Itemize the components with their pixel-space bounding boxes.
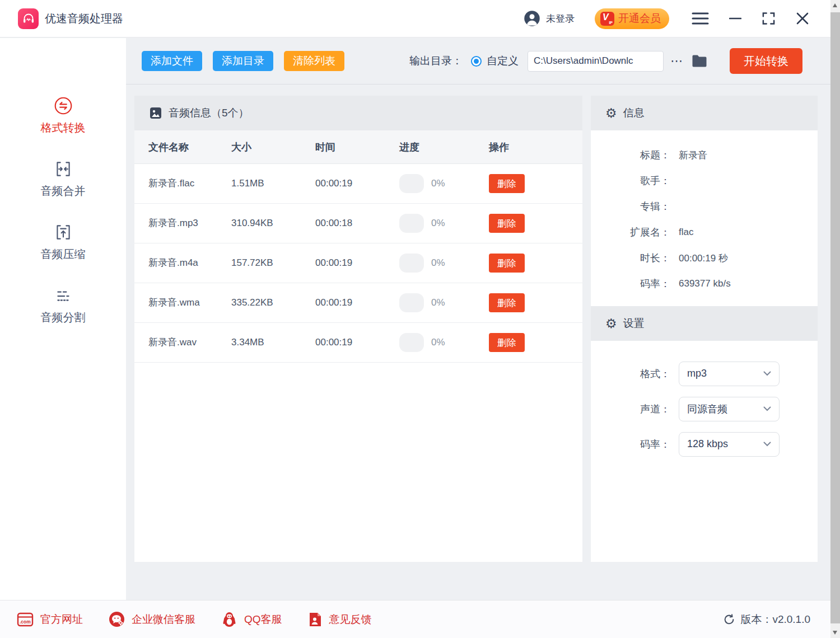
table-row: 新录音.mp3 310.94KB 00:00:18 0% 删除 xyxy=(134,204,582,243)
info-label-artist: 歌手： xyxy=(591,174,670,187)
info-value-bitrate: 639377 kb/s xyxy=(679,278,731,289)
refresh-icon[interactable] xyxy=(723,613,735,626)
footer: .com 官方网址 企业微信客服 xyxy=(0,600,830,638)
settings-fields: 格式： mp3 声道： 同源音频 码率： xyxy=(591,341,818,462)
official-website-link[interactable]: .com 官方网址 xyxy=(17,612,83,627)
progress-bar xyxy=(399,254,424,273)
gear-icon: ⚙ xyxy=(605,317,617,330)
settings-panel-header: ⚙ 设置 xyxy=(591,306,818,341)
feedback-link[interactable]: 意见反馈 xyxy=(308,612,372,627)
login-status[interactable]: 未登录 xyxy=(546,12,575,25)
file-name: 新录音.wav xyxy=(148,337,197,348)
qq-service-link[interactable]: QQ客服 xyxy=(221,611,282,627)
user-avatar-icon[interactable] xyxy=(524,10,540,27)
info-label-title: 标题： xyxy=(591,148,670,162)
table-row: 新录音.wma 335.22KB 00:00:19 0% 删除 xyxy=(134,283,582,323)
info-value-extension: flac xyxy=(679,227,693,238)
titlebar: 优速音频处理器 未登录 V IP 开通会员 xyxy=(0,0,830,37)
audio-compress-icon xyxy=(53,221,73,244)
start-convert-button[interactable]: 开始转换 xyxy=(730,48,802,74)
sidebar-item-label: 音频分割 xyxy=(41,310,86,325)
app-logo-icon xyxy=(18,8,39,29)
setting-label-channel: 声道： xyxy=(591,402,670,416)
settings-panel-title: 设置 xyxy=(623,316,645,331)
column-header-time: 时间 xyxy=(315,140,399,154)
sidebar-item-audio-compress[interactable]: 音频压缩 xyxy=(41,221,86,262)
table-row: 新录音.wav 3.34MB 00:00:19 0% 删除 xyxy=(134,323,582,363)
channel-select[interactable]: 同源音频 xyxy=(679,397,780,421)
info-value-title: 新录音 xyxy=(679,149,707,162)
table-row: 新录音.m4a 157.72KB 00:00:19 0% 删除 xyxy=(134,243,582,283)
file-size: 3.34MB xyxy=(231,337,315,348)
column-header-size: 大小 xyxy=(231,140,315,154)
custom-dir-radio[interactable] xyxy=(471,56,482,67)
info-panel-title: 信息 xyxy=(623,106,645,120)
progress-percent: 0% xyxy=(431,297,445,308)
delete-button[interactable]: 删除 xyxy=(489,293,525,312)
custom-dir-radio-label[interactable]: 自定义 xyxy=(487,54,519,68)
info-label-extension: 扩展名： xyxy=(591,226,670,239)
file-size: 1.51MB xyxy=(231,178,315,189)
main-area: 添加文件 添加目录 清除列表 输出目录： 自定义 ⋯ 开始转换 xyxy=(126,38,830,600)
vertical-scrollbar[interactable] xyxy=(830,0,840,638)
info-fields: 标题：新录音 歌手： 专辑： 扩展名：flac 时长：00:00:19 秒 码率… xyxy=(591,130,818,306)
qq-service-label: QQ客服 xyxy=(244,612,282,627)
file-duration: 00:00:19 xyxy=(315,257,399,269)
app-window: 优速音频处理器 未登录 V IP 开通会员 xyxy=(0,0,840,638)
file-name: 新录音.m4a xyxy=(148,257,198,268)
progress-percent: 0% xyxy=(431,178,445,189)
add-file-button[interactable]: 添加文件 xyxy=(142,51,202,71)
vip-button-label: 开通会员 xyxy=(618,11,661,26)
browse-more-button[interactable]: ⋯ xyxy=(670,55,683,67)
feedback-icon xyxy=(308,612,323,627)
maximize-button[interactable] xyxy=(762,11,776,26)
file-size: 335.22KB xyxy=(231,297,315,308)
progress-bar xyxy=(399,333,424,352)
version-info: 版本：v2.0.1.0 xyxy=(723,612,810,627)
minimize-button[interactable] xyxy=(729,11,741,26)
delete-button[interactable]: 删除 xyxy=(489,254,525,273)
clear-list-button[interactable]: 清除列表 xyxy=(284,51,344,71)
audio-info-panel: 音频信息（5个） 文件名称 大小 时间 进度 操作 新录音.flac 1.51M… xyxy=(134,96,582,562)
info-value-duration: 00:00:19 秒 xyxy=(679,252,728,265)
file-name: 新录音.wma xyxy=(148,297,200,308)
column-header-action: 操作 xyxy=(489,140,582,154)
delete-button[interactable]: 删除 xyxy=(489,174,525,193)
output-path-input[interactable] xyxy=(528,51,664,72)
delete-button[interactable]: 删除 xyxy=(489,214,525,233)
sidebar-item-audio-merge[interactable]: 音频合并 xyxy=(41,157,86,199)
sidebar-item-audio-split[interactable]: 音频分割 xyxy=(41,284,86,325)
wechat-service-label: 企业微信客服 xyxy=(132,612,195,627)
format-convert-icon xyxy=(53,94,73,118)
sidebar-item-label: 音频合并 xyxy=(41,184,86,199)
feedback-label: 意见反馈 xyxy=(329,612,372,627)
close-button[interactable] xyxy=(796,11,809,26)
progress-bar xyxy=(399,174,424,193)
open-folder-icon[interactable] xyxy=(692,54,707,68)
delete-button[interactable]: 删除 xyxy=(489,333,525,352)
bitrate-select[interactable]: 128 kbps xyxy=(679,432,780,457)
sidebar-item-label: 格式转换 xyxy=(41,120,86,135)
channel-select-value: 同源音频 xyxy=(687,402,727,416)
menu-button[interactable] xyxy=(692,11,709,26)
version-label: 版本：v2.0.1.0 xyxy=(740,612,810,627)
scrollbar-thumb[interactable] xyxy=(830,12,840,623)
wechat-service-link[interactable]: 企业微信客服 xyxy=(109,611,195,627)
chevron-down-icon xyxy=(763,371,771,376)
scrollbar-down-arrow[interactable] xyxy=(833,631,837,635)
sidebar-item-format-convert[interactable]: 格式转换 xyxy=(41,94,86,135)
qq-icon xyxy=(221,611,237,627)
audio-merge-icon xyxy=(53,157,73,181)
scrollbar-up-arrow[interactable] xyxy=(833,3,837,7)
vip-button[interactable]: V IP 开通会员 xyxy=(595,8,669,29)
add-folder-button[interactable]: 添加目录 xyxy=(213,51,273,71)
progress-percent: 0% xyxy=(431,337,445,348)
table-header-row: 文件名称 大小 时间 进度 操作 xyxy=(134,130,582,164)
setting-label-format: 格式： xyxy=(591,367,670,381)
bitrate-select-value: 128 kbps xyxy=(687,438,728,450)
format-select[interactable]: mp3 xyxy=(679,362,780,386)
svg-text:.com: .com xyxy=(20,618,31,624)
file-size: 157.72KB xyxy=(231,257,315,269)
info-panel-header: ⚙ 信息 xyxy=(591,96,818,130)
chevron-down-icon xyxy=(763,442,771,447)
